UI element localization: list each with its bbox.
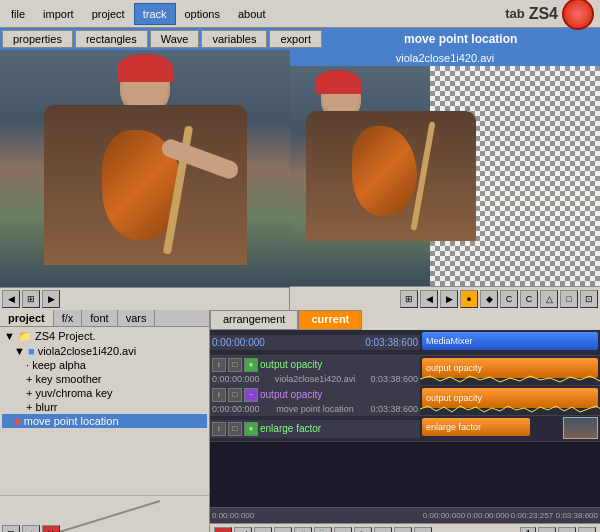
menu-file[interactable]: file [2,3,34,25]
track-opacity1-time-start: 0:00:00:000 [212,374,260,384]
transport-eq-btn[interactable]: = [558,527,576,533]
transport-mark-in[interactable]: ⊳ [334,527,352,533]
tree-item-label: yuv/chroma key [36,387,113,399]
transport-zoom-in[interactable]: 🔍 [314,527,332,533]
tl-tab-current[interactable]: current [298,310,362,330]
transport-play[interactable]: ▶ [254,527,272,533]
transport-rew[interactable]: ◀| [234,527,252,533]
right-sq-btn[interactable]: □ [560,290,578,308]
tab-export[interactable]: export [269,30,322,48]
menu-import[interactable]: import [34,3,83,25]
timeline-ruler: 0:00:00:000 0:00:00:000 0:00:00:000 0:00… [210,507,600,523]
tab-variables[interactable]: variables [201,30,267,48]
track-opacity2-sub: move point location [276,404,354,414]
tree-item-avi[interactable]: ▼ ■ viola2close1i420.avi [2,344,207,358]
transport-stop[interactable]: ■ [274,527,292,533]
transport-next-mark[interactable]: ⊳ [394,527,412,533]
track-opacity-2: i □ ~ output opacity 0:00:00:000 move po… [210,386,600,416]
preview-area: ◀ ⊞ ▶ viola2close1i420.avi ⊞ ◀ ▶ ● [0,50,600,310]
track-opacity1-time-end: 0:03:38:600 [370,374,418,384]
right-tri-btn[interactable]: △ [540,290,558,308]
tree-item-label: move point location [24,415,119,427]
right-circle-btn[interactable]: ● [460,290,478,308]
waveform-svg1 [420,375,600,383]
next-frame-btn[interactable]: ▶ [42,290,60,308]
track-btn-dot1[interactable]: ● [244,358,258,372]
track-content-mediamixer[interactable]: MediaMixer [420,330,600,355]
right-play-btn[interactable]: ▶ [440,290,458,308]
left-video-preview [0,50,290,287]
menu-options[interactable]: options [176,3,229,25]
tree-item-blurr[interactable]: + blurr [2,400,207,414]
right-video-controls: ⊞ ◀ ▶ ● ◆ C C △ □ ⊡ [290,286,600,310]
tree-item-chroma[interactable]: + yuv/chroma key [2,386,207,400]
right-c2-btn[interactable]: C [520,290,538,308]
transport-mark-out[interactable]: ⚑ [354,527,372,533]
tree-tab-font[interactable]: font [82,310,117,326]
tab-properties[interactable]: properties [2,30,73,48]
tree-item-root[interactable]: ▼ 📁 ZS4 Project. [2,329,207,344]
track-content-opacity2[interactable]: output opacity [420,386,600,415]
tree-item-move-point[interactable]: ■ move point location [2,414,207,428]
track-btn-dot3[interactable]: ● [244,422,258,436]
track-opacity2-time-start: 0:00:00:000 [212,404,260,414]
timeline-panel: arrangement current 0:00:00:000 0:03:38:… [210,310,600,532]
tree-item-label: key smoother [36,373,102,385]
tab-wave[interactable]: Wave [150,30,200,48]
right-c1-btn[interactable]: C [500,290,518,308]
tree-icon-3[interactable]: ✕ [42,525,60,532]
tree-item-keep-alpha[interactable]: · keep alpha [2,358,207,372]
track-btn-sq3[interactable]: □ [228,422,242,436]
logo-circle [562,0,594,30]
right-video-panel: viola2close1i420.avi ⊞ ◀ ▶ ● ◆ C C △ □ [290,50,600,310]
grid-btn[interactable]: ⊞ [22,290,40,308]
prev-frame-btn[interactable]: ◀ [2,290,20,308]
track-btn-i3[interactable]: i [212,422,226,436]
tl-tab-arrangement[interactable]: arrangement [210,310,298,330]
track-btn-wave2[interactable]: ~ [244,388,258,402]
transport-prev-btn[interactable]: ◀ [538,527,556,533]
right-diamond-btn[interactable]: ◆ [480,290,498,308]
diagonal-area: ⊞ △ ✕ [0,495,209,532]
tree-tab-bar: project f/x font vars [0,310,209,327]
right-prev-btn[interactable]: ◀ [420,290,438,308]
opacity1-bar-label: output opacity [426,363,482,373]
mediamixer-bar[interactable]: MediaMixer [422,332,598,350]
menu-about[interactable]: about [229,3,275,25]
transport-pause[interactable]: ⏸ [294,527,312,533]
tree-icon: + [26,401,32,413]
tree-tab-vars[interactable]: vars [118,310,156,326]
tree-icon-2[interactable]: △ [22,525,40,532]
track-btn-i2[interactable]: i [212,388,226,402]
tree-item-label: blurr [36,401,58,413]
transport-record[interactable]: ● [214,527,232,533]
transport-next-btn[interactable]: ▶ [578,527,596,533]
tree-tab-project[interactable]: project [0,310,54,326]
transport-add[interactable]: + [414,527,432,533]
tree-icon: ▼ [4,330,15,342]
right-grid-btn[interactable]: ⊞ [400,290,418,308]
tree-item-label: ZS4 Project. [35,330,96,342]
enlarge-bar[interactable]: enlarge factor [422,418,530,436]
menu-track[interactable]: track [134,3,176,25]
tree-tab-fx[interactable]: f/x [54,310,83,326]
tree-bottom-icons: ⊞ △ ✕ [2,525,60,532]
right-video-preview [290,66,600,286]
track-opacity2-label: output opacity [260,389,322,400]
tab-rectangles[interactable]: rectangles [75,30,148,48]
track-btn-sq1[interactable]: □ [228,358,242,372]
track-content-enlarge[interactable]: enlarge factor [420,416,600,441]
track-content-opacity1[interactable]: output opacity [420,356,600,385]
ruler-mid2: 0:00:00:000 [466,511,510,520]
tree-icon-1[interactable]: ⊞ [2,525,20,532]
track-opacity2-time-end: 0:03:38:600 [370,404,418,414]
track-btn-i1[interactable]: i [212,358,226,372]
waveform-svg2 [420,405,600,413]
enlarge-bar-label: enlarge factor [426,422,481,432]
track-btn-sq2[interactable]: □ [228,388,242,402]
tab-bar: properties rectangles Wave variables exp… [0,28,600,50]
menu-project[interactable]: project [83,3,134,25]
tree-item-key-smoother[interactable]: + key smoother [2,372,207,386]
transport-prev-mark[interactable]: ⊲ [374,527,392,533]
right-end-btn[interactable]: ⊡ [580,290,598,308]
